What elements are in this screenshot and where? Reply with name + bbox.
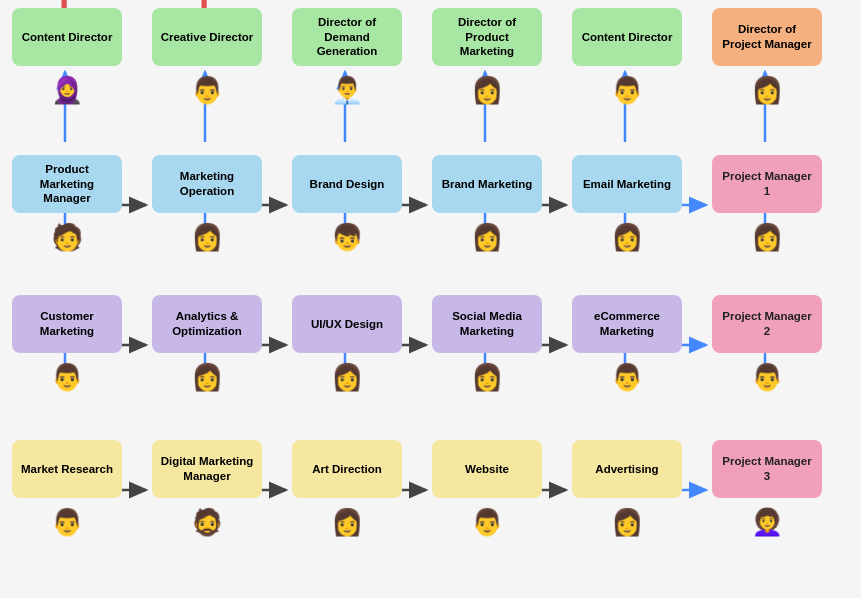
- node-content-director-4: Content Director 👨: [568, 8, 686, 112]
- card-advertising: Advertising: [572, 440, 682, 498]
- card-market-research: Market Research: [12, 440, 122, 498]
- avatar-1-1: 👩: [185, 215, 229, 259]
- avatar-1-3: 👩: [465, 215, 509, 259]
- avatar-0-3: 👩: [465, 68, 509, 112]
- card-content-director-4: Content Director: [572, 8, 682, 66]
- avatar-2-0: 👨: [45, 355, 89, 399]
- avatar-0-0: 🧕: [45, 68, 89, 112]
- node-social-mktg: Social Media Marketing 👩: [428, 295, 546, 399]
- node-market-research: Market Research 👨: [8, 440, 126, 544]
- node-project-mgr-dir: Director of Project Manager 👩: [708, 8, 826, 112]
- card-social-mktg: Social Media Marketing: [432, 295, 542, 353]
- node-content-director-0: Content Director 🧕: [8, 8, 126, 112]
- node-brand-design: Brand Design 👦: [288, 155, 406, 259]
- card-content-director-0: Content Director: [12, 8, 122, 66]
- avatar-1-4: 👩: [605, 215, 649, 259]
- node-customer-mktg: Customer Marketing 👨: [8, 295, 126, 399]
- avatar-0-1: 👨: [185, 68, 229, 112]
- avatar-2-2: 👩: [325, 355, 369, 399]
- card-website: Website: [432, 440, 542, 498]
- card-proj-mgr-1: Project Manager 1: [712, 155, 822, 213]
- card-brand-design: Brand Design: [292, 155, 402, 213]
- avatar-3-5: 👩‍🦱: [745, 500, 789, 544]
- node-proj-mgr-1: Project Manager 1 👩: [708, 155, 826, 259]
- card-proj-mgr-2: Project Manager 2: [712, 295, 822, 353]
- node-brand-mktg: Brand Marketing 👩: [428, 155, 546, 259]
- card-product-mktg-mgr: Product Marketing Manager: [12, 155, 122, 213]
- avatar-3-4: 👩: [605, 500, 649, 544]
- avatar-0-2: 👨‍💼: [325, 68, 369, 112]
- avatar-1-0: 🧑: [45, 215, 89, 259]
- card-creative-director: Creative Director: [152, 8, 262, 66]
- card-brand-mktg: Brand Marketing: [432, 155, 542, 213]
- node-digital-mktg-mgr: Digital Marketing Manager 🧔: [148, 440, 266, 544]
- node-website: Website 👨: [428, 440, 546, 544]
- node-email-mktg: Email Marketing 👩: [568, 155, 686, 259]
- avatar-0-4: 👨: [605, 68, 649, 112]
- node-ecommerce: eCommerce Marketing 👨: [568, 295, 686, 399]
- avatar-0-5: 👩: [745, 68, 789, 112]
- avatar-2-5: 👨: [745, 355, 789, 399]
- node-advertising: Advertising 👩: [568, 440, 686, 544]
- avatar-3-1: 🧔: [185, 500, 229, 544]
- node-creative-director: Creative Director 👨: [148, 8, 266, 112]
- avatar-1-2: 👦: [325, 215, 369, 259]
- node-analytics: Analytics & Optimization 👩: [148, 295, 266, 399]
- card-art-direction: Art Direction: [292, 440, 402, 498]
- avatar-2-4: 👨: [605, 355, 649, 399]
- card-email-mktg: Email Marketing: [572, 155, 682, 213]
- card-customer-mktg: Customer Marketing: [12, 295, 122, 353]
- avatar-1-5: 👩: [745, 215, 789, 259]
- org-chart: Content Director 🧕 Creative Director 👨 D…: [8, 0, 853, 582]
- card-digital-mktg-mgr: Digital Marketing Manager: [152, 440, 262, 498]
- card-product-mktg-dir: Director of Product Marketing: [432, 8, 542, 66]
- avatar-3-0: 👨: [45, 500, 89, 544]
- card-proj-mgr-3: Project Manager 3: [712, 440, 822, 498]
- card-demand-gen: Director of Demand Generation: [292, 8, 402, 66]
- card-project-mgr-dir: Director of Project Manager: [712, 8, 822, 66]
- node-product-mktg-dir: Director of Product Marketing 👩: [428, 8, 546, 112]
- node-uiux: UI/UX Design 👩: [288, 295, 406, 399]
- avatar-3-2: 👩: [325, 500, 369, 544]
- avatar-2-1: 👩: [185, 355, 229, 399]
- avatar-2-3: 👩: [465, 355, 509, 399]
- node-art-direction: Art Direction 👩: [288, 440, 406, 544]
- card-ecommerce: eCommerce Marketing: [572, 295, 682, 353]
- node-product-mktg-mgr: Product Marketing Manager 🧑: [8, 155, 126, 259]
- card-analytics: Analytics & Optimization: [152, 295, 262, 353]
- card-mktg-ops: Marketing Operation: [152, 155, 262, 213]
- node-mktg-ops: Marketing Operation 👩: [148, 155, 266, 259]
- avatar-3-3: 👨: [465, 500, 509, 544]
- card-uiux: UI/UX Design: [292, 295, 402, 353]
- node-demand-gen: Director of Demand Generation 👨‍💼: [288, 8, 406, 112]
- node-proj-mgr-3: Project Manager 3 👩‍🦱: [708, 440, 826, 544]
- node-proj-mgr-2: Project Manager 2 👨: [708, 295, 826, 399]
